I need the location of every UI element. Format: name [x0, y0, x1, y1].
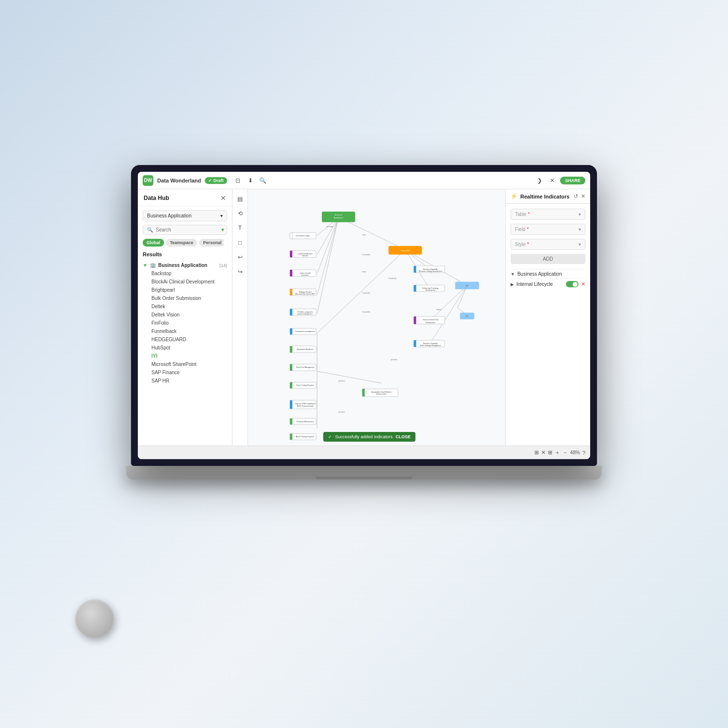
top-bar-icons: ⊡ ⬇ 🔍: [233, 176, 268, 185]
result-item-blockai[interactable]: BlockAi Clinical Development: [143, 278, 227, 286]
tab-global[interactable]: Global: [143, 239, 164, 247]
search-topbar-icon[interactable]: 🔍: [258, 176, 268, 185]
download-icon[interactable]: ⬇: [246, 176, 255, 185]
result-item-deltek-vision[interactable]: Deltek Vision: [143, 311, 227, 319]
toast-icon: ✓: [328, 434, 332, 439]
svg-text:IYI: IYI: [466, 315, 468, 317]
svg-text:Business strategy development: Business strategy development: [419, 270, 442, 272]
indicator-expand2-icon[interactable]: ▶: [511, 282, 514, 287]
table-placeholder: Table *: [515, 212, 530, 217]
toast-message: Successfully added indicators: [335, 434, 393, 439]
filter-tool-btn[interactable]: ▤: [234, 193, 246, 205]
svg-rect-69: [363, 389, 365, 397]
zoom-out-icon[interactable]: －: [563, 449, 568, 456]
svg-line-5: [338, 217, 405, 250]
select-tool-btn[interactable]: □: [234, 237, 246, 248]
fit-view-icon[interactable]: ⊞: [534, 449, 539, 456]
svg-text:Infrastructure: Infrastructure: [426, 322, 435, 324]
lifecycle-toggle[interactable]: [566, 281, 579, 287]
svg-line-3: [317, 217, 338, 295]
tab-personal[interactable]: Personal: [199, 239, 225, 247]
result-item-sap-finance[interactable]: SAP Finance: [143, 368, 227, 377]
style-placeholder: Style *: [515, 242, 529, 247]
svg-text:Provided By: Provided By: [363, 311, 370, 313]
sidebar-title: Data Hub: [144, 195, 169, 201]
search-input[interactable]: [156, 227, 217, 232]
app-logo: DW: [143, 175, 153, 186]
result-item-hedgeguard[interactable]: HEDGEGUARD: [143, 335, 227, 344]
help-icon[interactable]: ?: [582, 450, 585, 456]
style-select[interactable]: Style * ▾: [511, 239, 585, 250]
svg-text:Cloud Cost Management: Cloud Cost Management: [296, 366, 314, 368]
dropdown-value: Business Application: [147, 213, 192, 218]
grid-icon[interactable]: ⊞: [548, 449, 552, 456]
result-item-iyi[interactable]: IYI: [143, 352, 227, 360]
export-icon[interactable]: ⊡: [233, 176, 243, 185]
result-item-bulk-order[interactable]: Bulk Order Submission: [143, 294, 227, 302]
result-item-finfolio[interactable]: FinFolio: [143, 319, 227, 327]
panel-header: ⚡ Realtime Indicators ↺ ✕: [506, 189, 590, 204]
field-select[interactable]: Field * ▾: [511, 224, 585, 235]
left-sidebar: Data Hub ✕ Business Application ▾ 🔍: [138, 189, 232, 446]
close-topbar-icon[interactable]: ✕: [547, 176, 557, 185]
field-placeholder: Field *: [515, 227, 529, 232]
svg-text:Application: Application: [334, 216, 343, 219]
bottom-icons: ⊞ ✕ ⊞ ＋ － 48% ?: [534, 449, 585, 456]
result-category-business-app[interactable]: ▼ 🏢 Business Application (14): [143, 261, 227, 269]
redo-tool-btn[interactable]: ↪: [234, 266, 246, 278]
filter-icon[interactable]: ▼: [220, 227, 225, 232]
svg-text:generates: generates: [391, 359, 397, 361]
sidebar-close-button[interactable]: ✕: [220, 194, 226, 202]
svg-text:Predictive Maintenance: Predictive Maintenance: [297, 421, 314, 423]
result-item-backstop[interactable]: Backstop: [143, 269, 227, 278]
mouse-device: [75, 599, 114, 638]
undo-tool-btn[interactable]: ↩: [234, 251, 246, 263]
indicator-remove-icon[interactable]: ✕: [581, 281, 585, 287]
svg-rect-87: [414, 285, 416, 292]
svg-text:eCommerce object: eCommerce object: [296, 235, 310, 237]
category-dropdown[interactable]: Business Application ▾: [143, 210, 227, 221]
table-select[interactable]: Table * ▾: [511, 209, 585, 220]
zoom-in-icon[interactable]: ＋: [555, 449, 560, 456]
svg-text:Transactions management: Transactions management: [296, 331, 315, 332]
result-item-sharepoint[interactable]: Microsoft SharePoint: [143, 360, 227, 368]
result-item-funnelback[interactable]: Funnelback: [143, 327, 227, 335]
draft-badge[interactable]: ✓ Draft: [205, 177, 227, 184]
result-item-sap-hr[interactable]: SAP HR: [143, 377, 227, 385]
indicator-internal-lifecycle: ▶ Internal Lifecycle ✕: [511, 279, 585, 289]
tab-teamspace[interactable]: Teamspace: [166, 239, 197, 247]
add-button[interactable]: ADD: [511, 254, 585, 264]
filter-tabs: Global Teamspace Personal: [143, 239, 227, 247]
svg-text:Improve CTNS Capability &: Improve CTNS Capability &: [295, 403, 316, 405]
close-panel-icon[interactable]: ✕: [581, 193, 585, 199]
refresh-icon[interactable]: ↺: [574, 193, 578, 199]
connect-tool-btn[interactable]: T: [234, 222, 246, 234]
indicator-expand-icon[interactable]: ▼: [511, 272, 515, 277]
toast-close-button[interactable]: CLOSE: [396, 434, 411, 439]
graph-svg: has target Stays Provided By Stays Provi…: [248, 189, 505, 446]
svg-rect-39: [290, 232, 292, 239]
chevron-style-icon: ▾: [579, 242, 581, 247]
svg-rect-73: [290, 400, 292, 409]
share-button[interactable]: SHARE: [560, 177, 585, 184]
result-count: (14): [219, 263, 227, 268]
svg-text:YannouPM: YannouPM: [400, 249, 410, 252]
top-bar: DW Data Wonderland ✓ Draft ⊡ ⬇ 🔍 ❯ ✕ SHA…: [138, 172, 590, 189]
svg-line-1: [317, 217, 338, 255]
result-item-brightpearl[interactable]: Brightpearl: [143, 286, 227, 294]
search-icon: 🔍: [147, 227, 153, 232]
arrange-tool-btn[interactable]: ⟲: [234, 208, 246, 219]
result-item-deltek[interactable]: Deltek: [143, 302, 227, 311]
svg-rect-41: [290, 251, 292, 258]
center-icon[interactable]: ✕: [541, 449, 546, 456]
nav-prev-icon[interactable]: ❯: [535, 176, 545, 185]
svg-text:Provided By: Provided By: [389, 278, 397, 280]
laptop-container: DW Data Wonderland ✓ Draft ⊡ ⬇ 🔍 ❯ ✕ SHA…: [92, 165, 636, 563]
svg-text:generates: generates: [338, 381, 345, 382]
search-box: 🔍 ▼: [143, 225, 227, 235]
result-item-hubspot[interactable]: HubSpot: [143, 344, 227, 352]
sidebar-header: Data Hub ✕: [138, 189, 232, 206]
svg-text:Green Coding Practices: Green Coding Practices: [297, 384, 314, 386]
svg-rect-60: [290, 346, 292, 353]
style-field: Style * ▾: [511, 239, 585, 250]
